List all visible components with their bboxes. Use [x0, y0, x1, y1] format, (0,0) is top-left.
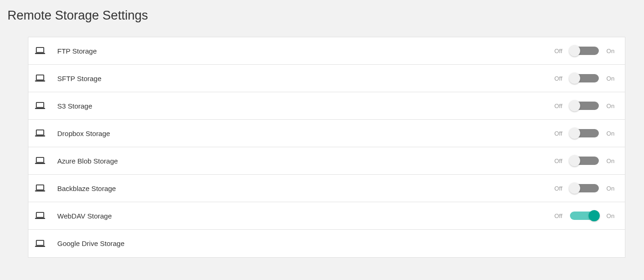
storage-label: SFTP Storage [57, 75, 553, 82]
toggle-off-label: Off [553, 48, 563, 55]
toggle-switch[interactable] [570, 128, 599, 138]
storage-row-ftp[interactable]: FTP Storage Off On [28, 37, 625, 65]
toggle-switch[interactable] [570, 211, 599, 221]
storage-row-azure[interactable]: Azure Blob Storage Off On [28, 147, 625, 175]
toggle-switch[interactable] [570, 183, 599, 193]
laptop-icon [35, 130, 45, 137]
toggle-on-label: On [605, 185, 616, 192]
storage-label: WebDAV Storage [57, 212, 553, 220]
storage-label: S3 Storage [57, 102, 553, 110]
toggle-on-label: On [605, 102, 616, 109]
laptop-icon [35, 240, 45, 247]
laptop-icon [35, 75, 45, 82]
laptop-icon [35, 157, 45, 164]
toggle-on-label: On [605, 212, 616, 219]
storage-label: Dropbox Storage [57, 130, 553, 137]
svg-rect-8 [36, 157, 44, 163]
storage-label: Azure Blob Storage [57, 157, 553, 165]
toggle-group: Off On [553, 101, 616, 111]
svg-rect-15 [35, 246, 45, 247]
svg-rect-11 [35, 190, 45, 191]
storage-row-backblaze[interactable]: Backblaze Storage Off On [28, 175, 625, 202]
storage-list: FTP Storage Off On SFTP Storage Off On S… [28, 37, 625, 258]
laptop-icon [35, 212, 45, 219]
toggle-off-label: Off [553, 102, 563, 109]
toggle-group: Off On [553, 183, 616, 193]
storage-row-sftp[interactable]: SFTP Storage Off On [28, 65, 625, 92]
laptop-icon [35, 47, 45, 55]
svg-rect-14 [36, 240, 44, 245]
svg-rect-9 [35, 163, 45, 164]
svg-rect-12 [36, 212, 44, 218]
toggle-switch[interactable] [570, 46, 599, 56]
toggle-on-label: On [605, 48, 616, 55]
svg-rect-0 [36, 48, 44, 53]
svg-rect-2 [36, 75, 44, 80]
svg-rect-10 [36, 185, 44, 190]
storage-row-google-drive[interactable]: Google Drive Storage Off On [28, 230, 625, 257]
storage-label: FTP Storage [57, 47, 553, 55]
svg-rect-5 [35, 108, 45, 109]
toggle-group: Off On [553, 211, 616, 221]
toggle-switch[interactable] [570, 101, 599, 111]
toggle-on-label: On [605, 75, 616, 82]
svg-rect-3 [35, 80, 45, 82]
toggle-off-label: Off [553, 157, 563, 164]
toggle-group: Off On [553, 156, 616, 166]
toggle-off-label: Off [553, 185, 563, 192]
toggle-on-label: On [605, 130, 616, 137]
toggle-off-label: Off [553, 75, 563, 82]
toggle-switch[interactable] [570, 156, 599, 166]
toggle-off-label: Off [553, 212, 563, 219]
storage-row-s3[interactable]: S3 Storage Off On [28, 92, 625, 120]
toggle-off-label: Off [553, 130, 563, 137]
svg-rect-6 [36, 130, 44, 135]
toggle-group: Off On [553, 46, 616, 56]
storage-row-webdav[interactable]: WebDAV Storage Off On [28, 202, 625, 230]
svg-rect-7 [35, 135, 45, 137]
page-title: Remote Storage Settings [0, 0, 644, 23]
toggle-group: Off On [553, 128, 616, 138]
toggle-switch[interactable] [570, 73, 599, 83]
laptop-icon [35, 102, 45, 109]
svg-rect-4 [36, 102, 44, 108]
svg-rect-1 [35, 53, 45, 54]
toggle-group: Off On [553, 73, 616, 83]
laptop-icon [35, 184, 45, 192]
svg-rect-13 [35, 218, 45, 219]
toggle-on-label: On [605, 157, 616, 164]
storage-row-dropbox[interactable]: Dropbox Storage Off On [28, 120, 625, 147]
storage-label: Google Drive Storage [57, 239, 553, 247]
storage-label: Backblaze Storage [57, 184, 553, 192]
